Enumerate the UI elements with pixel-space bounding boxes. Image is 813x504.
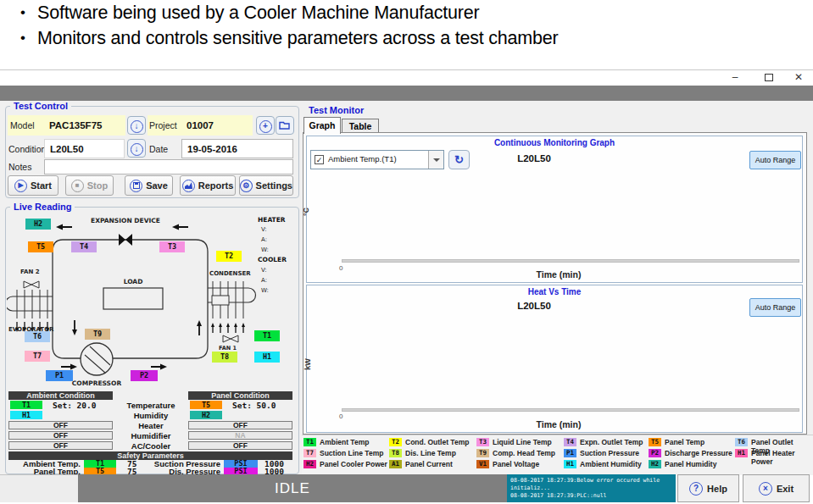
toolbar-strip xyxy=(0,86,813,101)
load-label: LOAD xyxy=(124,278,143,285)
ambient-ac-toggle[interactable]: OFF xyxy=(8,441,113,450)
panel-temp-tag: T5 xyxy=(190,401,222,409)
sensor-tag-h1: H1 xyxy=(254,352,280,363)
legend-label: Panel Cooler Power xyxy=(320,460,387,468)
legend-label: Discharge Pressure xyxy=(665,449,732,457)
checkbox-icon: ✓ xyxy=(315,155,324,164)
question-icon: ? xyxy=(689,482,703,496)
legend-swatch: T9 xyxy=(476,449,489,457)
maximize-button[interactable] xyxy=(757,69,781,86)
ambient-humidifier-toggle[interactable]: OFF xyxy=(8,431,113,440)
maximize-icon xyxy=(765,74,773,81)
cooler-amps-label: A: xyxy=(261,277,267,284)
ac-cooler-row-label: AC/Cooler xyxy=(115,441,187,451)
reports-button[interactable]: Reports xyxy=(180,175,236,196)
project-input[interactable]: 01007 xyxy=(181,116,252,136)
sensor-tag-t2: T2 xyxy=(216,251,242,262)
legend-swatch: T6 xyxy=(735,438,748,446)
condition-label: Condition xyxy=(8,139,46,159)
close-icon: ✕ xyxy=(794,71,803,83)
test-control-label: Test Control xyxy=(10,101,71,111)
bullet-dot: • xyxy=(8,30,37,47)
condition-input[interactable]: L20L50 xyxy=(44,139,125,158)
exit-button[interactable]: ×Exit xyxy=(743,474,810,502)
notes-input[interactable] xyxy=(44,159,293,174)
ambient-heater-toggle[interactable]: OFF xyxy=(8,421,113,429)
fan1-label: FAN 1 xyxy=(219,345,237,352)
open-project-button[interactable] xyxy=(276,116,294,135)
expansion-device-label: EXPANSION DEVICE xyxy=(91,217,160,224)
sensor-tag-t3: T3 xyxy=(159,241,185,252)
date-input[interactable]: 19-05-2016 xyxy=(181,139,293,158)
project-label: Project xyxy=(149,115,177,136)
model-label: Model xyxy=(10,115,35,136)
heater-label: HEATER xyxy=(258,216,286,224)
legend-swatch: T1 xyxy=(303,438,316,446)
sensor-tag-t7: T7 xyxy=(25,351,50,362)
chart2-header: Heat Vs Time xyxy=(307,287,802,296)
legend-swatch: V1 xyxy=(476,460,489,468)
condition-select-button[interactable]: ↓ xyxy=(127,139,146,158)
stop-icon: ■ xyxy=(71,180,84,192)
condenser-label: CONDENSER xyxy=(209,270,251,277)
heater-amps-label: A: xyxy=(261,236,267,243)
settings-button[interactable]: ⚙Settings xyxy=(239,175,293,196)
refrigeration-cycle-diagram: EXPANSION DEVICE HEATER V: A: W: COOLER … xyxy=(7,212,295,391)
refresh-icon: ↻ xyxy=(454,153,464,166)
legend-swatch: A1 xyxy=(389,460,402,468)
event-log[interactable]: 08-08-2017 18:27:39:Below error occured … xyxy=(507,474,676,502)
sensor-tag-t5: T5 xyxy=(28,241,53,252)
legend-swatch: T3 xyxy=(476,438,489,446)
chart2-y-axis-label: kW xyxy=(303,358,312,370)
cooler-label: COOLER xyxy=(258,256,287,263)
legend-label: Panel Temp xyxy=(665,438,704,446)
cooler-watts-label: W: xyxy=(261,287,269,294)
legend-swatch: H2 xyxy=(303,460,316,468)
sensor-tag-t6: T6 xyxy=(25,331,50,342)
auto-range-button-2[interactable]: Auto Range xyxy=(749,298,801,317)
heater-row-label: Heater xyxy=(115,421,187,430)
chart2-title: L20L50 xyxy=(475,301,593,311)
gear-icon: ⚙ xyxy=(240,180,253,192)
sensor-tag-t9: T9 xyxy=(85,329,110,340)
minimize-button[interactable]: – xyxy=(723,69,747,86)
parameter-select-dropdown[interactable]: ✓ Ambient Temp.(T1) xyxy=(310,150,444,169)
tab-graph[interactable]: Graph xyxy=(303,117,341,134)
add-project-button[interactable]: + xyxy=(256,116,275,135)
date-label: Date xyxy=(149,139,168,159)
chart2-x-axis-label: Time (min) xyxy=(315,419,802,429)
heater-watts-label: W: xyxy=(261,246,269,253)
legend-label: Panel Humidity xyxy=(665,460,716,468)
auto-range-button-1[interactable]: Auto Range xyxy=(749,151,801,169)
help-button[interactable]: ?Help xyxy=(677,474,739,502)
legend-label: Expn. Outlet Temp xyxy=(580,438,643,446)
chart1-title: L20L50 xyxy=(475,153,593,163)
chart2-scrollbar[interactable] xyxy=(342,408,799,412)
panel-ac-toggle[interactable]: OFF xyxy=(188,441,292,450)
legend-label: Panel Heater Power xyxy=(751,449,813,466)
sensor-tag-t8: T8 xyxy=(212,352,237,363)
ambient-temp-setpoint: Set: 20.0 xyxy=(53,401,96,410)
folder-icon xyxy=(279,120,291,130)
panel-condition-header: Panel Condition xyxy=(188,391,292,400)
save-button[interactable]: Save xyxy=(125,175,173,196)
ambient-temp-tag: T1 xyxy=(10,401,42,409)
legend-swatch: P1 xyxy=(564,449,576,457)
panel-humidifier-toggle[interactable]: NA xyxy=(188,431,292,440)
sensor-tag-t4: T4 xyxy=(71,241,97,252)
panel-heater-toggle[interactable]: OFF xyxy=(188,421,292,429)
bullet-2: •Monitors and controls sensitive paramet… xyxy=(8,28,559,49)
stop-button[interactable]: ■Stop xyxy=(65,175,114,196)
down-arrow-icon: ↓ xyxy=(131,143,143,156)
plus-icon: + xyxy=(259,120,272,133)
model-select-button[interactable]: ↓ xyxy=(127,116,146,135)
close-button[interactable]: ✕ xyxy=(787,69,810,86)
model-input[interactable]: PAC135F75 xyxy=(44,116,125,136)
refresh-button[interactable]: ↻ xyxy=(448,150,470,169)
window-titlebar: Doer ChamberSense V 1.0 [User: admin] [L… xyxy=(0,69,813,86)
tab-table[interactable]: Table xyxy=(342,119,379,133)
start-button[interactable]: ▶Start xyxy=(8,175,58,196)
down-arrow-icon: ↓ xyxy=(131,120,143,133)
humidity-row-label: Humidity xyxy=(115,411,187,420)
chart1-scrollbar[interactable] xyxy=(342,259,799,263)
